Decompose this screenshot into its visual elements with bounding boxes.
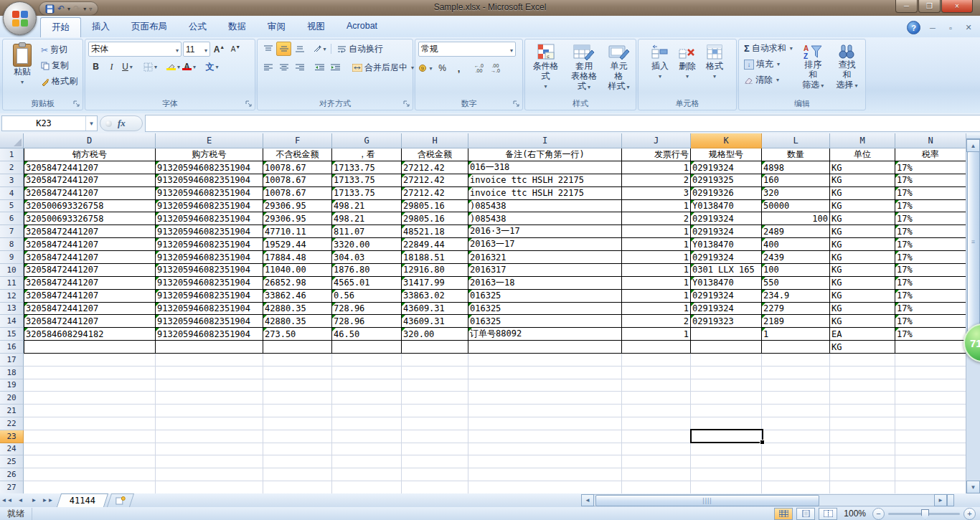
tab-page-layout[interactable]: 页面布局 (121, 17, 178, 37)
cell-J14[interactable]: 2 (622, 315, 691, 328)
cell-N3[interactable]: 17% (895, 174, 966, 187)
cell-H27[interactable] (402, 481, 468, 493)
cell-D13[interactable]: 32058472441207 (24, 303, 156, 316)
cell-M16[interactable]: KG (830, 341, 895, 354)
cell-M10[interactable]: KG (830, 264, 895, 277)
cell-M4[interactable]: KG (830, 187, 895, 200)
cell-H25[interactable] (402, 455, 468, 468)
cell-K7[interactable]: 02919324 (691, 225, 762, 238)
cell-D6[interactable]: 320500693326758 (24, 212, 156, 225)
cell-F14[interactable]: 42880.35 (263, 315, 332, 328)
cell-H21[interactable] (402, 405, 468, 417)
cell-N25[interactable] (895, 455, 966, 468)
cell-M3[interactable]: KG (830, 174, 895, 187)
cell-D17[interactable] (24, 354, 156, 367)
cell-H1[interactable]: 含税金额 (402, 148, 468, 161)
cell-E9[interactable]: 913205946082351904 (156, 251, 263, 264)
underline-button[interactable]: U (120, 60, 135, 74)
cell-F9[interactable]: 17884.48 (263, 251, 332, 264)
cell-M21[interactable] (830, 405, 895, 417)
merge-center-button[interactable]: 合并后居中 (350, 61, 416, 75)
cell-F23[interactable] (263, 430, 332, 443)
page-break-view-button[interactable] (819, 508, 837, 520)
cell-D18[interactable] (24, 367, 156, 379)
cell-E18[interactable] (156, 367, 263, 379)
cell-K4[interactable]: 02919326 (691, 187, 762, 200)
cell-F11[interactable]: 26852.98 (263, 277, 332, 290)
cell-E7[interactable]: 913205946082351904 (156, 225, 263, 238)
cell-L18[interactable] (762, 367, 830, 379)
cell-M20[interactable] (830, 392, 895, 405)
column-header-N[interactable]: N (895, 133, 966, 148)
cell-M12[interactable]: KG (830, 290, 895, 303)
cell-M13[interactable]: KG (830, 303, 895, 316)
cell-N24[interactable] (895, 443, 966, 456)
cell-J15[interactable]: 1 (622, 328, 691, 341)
cell-F25[interactable] (263, 455, 332, 468)
row-header-5[interactable]: 5 (0, 200, 24, 213)
cell-I8[interactable]: 20163一17 (468, 238, 622, 251)
cell-I3[interactable]: invoice ttc HSLH 22175 (468, 174, 622, 187)
row-header-25[interactable]: 25 (0, 455, 24, 468)
cell-L11[interactable]: 550 (762, 277, 830, 290)
cell-I17[interactable] (468, 354, 622, 367)
sort-filter-button[interactable]: AZ 排序和筛选 (798, 42, 829, 98)
cell-E17[interactable] (156, 354, 263, 367)
cell-D15[interactable]: 320584608294182 (24, 328, 156, 341)
zoom-slider-thumb[interactable] (921, 509, 929, 520)
cell-E6[interactable]: 913205946082351904 (156, 212, 263, 225)
cell-N13[interactable]: 17% (895, 303, 966, 316)
cell-H22[interactable] (402, 417, 468, 430)
cell-G16[interactable] (332, 341, 402, 354)
row-header-13[interactable]: 13 (0, 303, 24, 316)
column-header-H[interactable]: H (402, 133, 468, 148)
font-dialog-launcher-icon[interactable] (245, 100, 253, 108)
cell-D27[interactable] (24, 481, 156, 493)
cell-G7[interactable]: 811.07 (332, 225, 402, 238)
paste-button[interactable]: 粘贴 (6, 42, 39, 98)
cell-J27[interactable] (622, 481, 691, 493)
cell-E23[interactable] (156, 430, 263, 443)
cell-N11[interactable]: 17% (895, 277, 966, 290)
cell-E12[interactable]: 913205946082351904 (156, 290, 263, 303)
increase-decimal-button[interactable]: ←.0.00 (471, 61, 486, 75)
cell-K9[interactable]: 02919324 (691, 251, 762, 264)
cell-I21[interactable] (468, 405, 622, 417)
cell-L21[interactable] (762, 405, 830, 417)
cell-J9[interactable]: 1 (622, 251, 691, 264)
cell-K11[interactable]: Y0138470 (691, 277, 762, 290)
cell-G12[interactable]: 0.56 (332, 290, 402, 303)
cell-M9[interactable]: KG (830, 251, 895, 264)
row-header-26[interactable]: 26 (0, 468, 24, 481)
format-cells-button[interactable]: 格式 (702, 42, 727, 98)
cell-N5[interactable]: 17% (895, 200, 966, 213)
cell-M11[interactable]: KG (830, 277, 895, 290)
cell-G8[interactable]: 3320.00 (332, 238, 402, 251)
cell-H4[interactable]: 27212.42 (402, 187, 468, 200)
cell-M24[interactable] (830, 443, 895, 456)
align-right-button[interactable] (292, 60, 307, 75)
cell-L7[interactable]: 2489 (762, 225, 830, 238)
zoom-slider[interactable] (888, 513, 960, 515)
cell-K17[interactable] (691, 354, 762, 367)
cell-G19[interactable] (332, 379, 402, 392)
column-header-F[interactable]: F (263, 133, 332, 148)
cell-J19[interactable] (622, 379, 691, 392)
workbook-close-icon[interactable]: ✕ (963, 23, 974, 32)
conditional-formatting-button[interactable]: ≤ 条件格式 (528, 42, 563, 98)
cell-I20[interactable] (468, 392, 622, 405)
cell-G18[interactable] (332, 367, 402, 379)
cell-F12[interactable]: 33862.46 (263, 290, 332, 303)
shrink-font-button[interactable]: A▼ (228, 42, 243, 57)
column-header-K[interactable]: K (691, 133, 762, 148)
cell-D12[interactable]: 32058472441207 (24, 290, 156, 303)
cell-L17[interactable] (762, 354, 830, 367)
cell-H8[interactable]: 22849.44 (402, 238, 468, 251)
cell-K10[interactable]: 0301 LLX 165 (691, 264, 762, 277)
cell-F1[interactable]: 不含税金额 (263, 148, 332, 161)
row-header-18[interactable]: 18 (0, 367, 24, 379)
row-header-3[interactable]: 3 (0, 174, 24, 187)
cell-K16[interactable] (691, 341, 762, 354)
cell-H2[interactable]: 27212.42 (402, 161, 468, 174)
cell-G23[interactable] (332, 430, 402, 443)
